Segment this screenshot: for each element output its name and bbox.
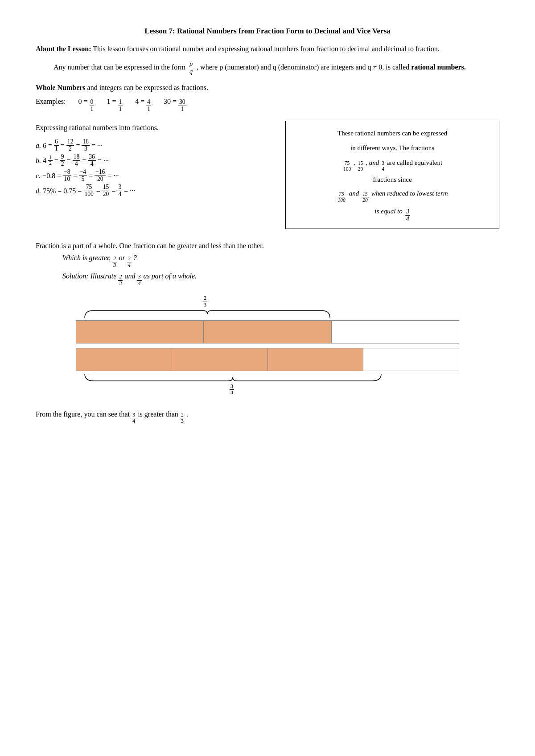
expr-a: a. 6 = 61 = 122 = 183 = ···: [36, 139, 276, 153]
bar-2-3: [76, 320, 459, 343]
diagram-area: 23 34: [76, 295, 459, 396]
is-greater-than: is greater than: [138, 409, 178, 420]
box-italic-since: 75100 and 1520 when reduced to lowest te…: [294, 188, 491, 203]
top-brace: [76, 308, 459, 320]
box-title1: These rational numbers can be expressed: [294, 127, 491, 139]
box-fractions-equiv: 75100 , 1520 , and 34 are called equival…: [294, 157, 491, 172]
whole-numbers-bold: Whole Numbers: [36, 84, 86, 91]
box-is-equal: is equal to 34: [294, 205, 491, 222]
solution-line: Solution: Illustrate 23 and 34 as part o…: [62, 270, 499, 286]
period: .: [186, 409, 188, 420]
rational-def: Any number that can be expressed in the …: [54, 61, 499, 75]
whole-numbers-section: Whole Numbers and integers can be expres…: [36, 82, 499, 113]
three-quarters-label: 34: [4, 384, 459, 396]
box-title2: in different ways. The fractions: [294, 142, 491, 154]
about-text: This lesson focuses on rational number a…: [93, 45, 440, 53]
from-figure-text: From the figure, you can see that: [36, 409, 130, 420]
examples-label: Examples:: [36, 95, 66, 107]
expressions-col: Expressing rational numbers into fractio…: [36, 121, 276, 199]
fraction-whole-section: Fraction is a part of a whole. One fract…: [36, 240, 499, 425]
about-label: About the Lesson:: [36, 45, 91, 53]
rational-def-text2: , where p (numerator) and q (denominator…: [197, 63, 466, 71]
examples-line: Examples: 0 = 01 1 = 11 4 = 41 30 = 301: [36, 95, 499, 113]
expr-d: d. 75% = 0.75 = 75100 = 1520 = 34 = ···: [36, 184, 276, 198]
bottom-brace: [76, 371, 459, 384]
info-box: These rational numbers can be expressed …: [285, 121, 499, 229]
about-lesson: About the Lesson: This lesson focuses on…: [36, 44, 499, 54]
box-fractions-since: fractions since: [294, 174, 491, 186]
bar-3-4: [76, 348, 459, 371]
from-figure-line: From the figure, you can see that 34 is …: [36, 409, 499, 425]
fraction-intro: Fraction is a part of a whole. One fract…: [36, 240, 499, 252]
lesson-title: Lesson 7: Rational Numbers from Fraction…: [36, 27, 499, 36]
pq-fraction: p q: [189, 61, 193, 75]
rational-def-text1: Any number that can be expressed in the …: [54, 63, 185, 71]
two-thirds-label: 23: [0, 295, 459, 308]
expr-c: c. −0.8 = −810 = −45 = −1620 = ···: [36, 169, 276, 183]
two-col-section: Expressing rational numbers into fractio…: [36, 121, 499, 229]
expr-intro: Expressing rational numbers into fractio…: [36, 121, 276, 135]
expr-b: b. 4 12 = 92 = 184 = 364 = ···: [36, 154, 276, 168]
which-greater-line: Which is greater, 23 or 34 ?: [62, 252, 499, 268]
whole-numbers-text: and integers can be expressed as fractio…: [87, 84, 208, 91]
